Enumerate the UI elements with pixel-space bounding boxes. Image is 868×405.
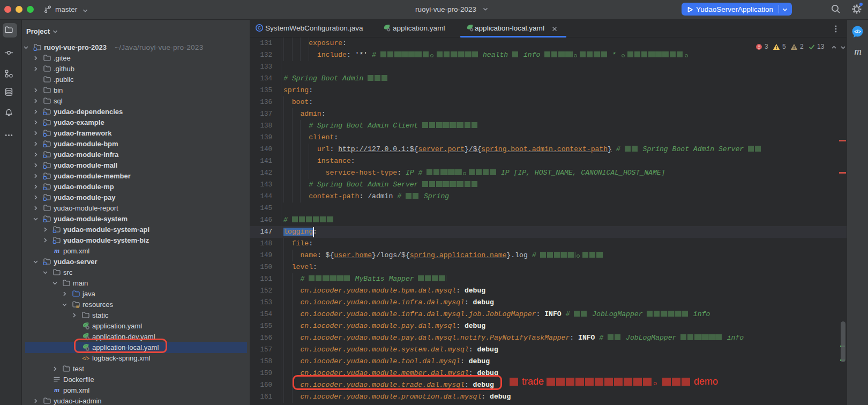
- svg-text:m: m: [54, 246, 59, 254]
- svg-text:</>: </>: [82, 355, 89, 361]
- svg-text:m: m: [54, 386, 59, 394]
- svg-text:</>: </>: [854, 29, 860, 34]
- svg-text:C: C: [258, 25, 261, 31]
